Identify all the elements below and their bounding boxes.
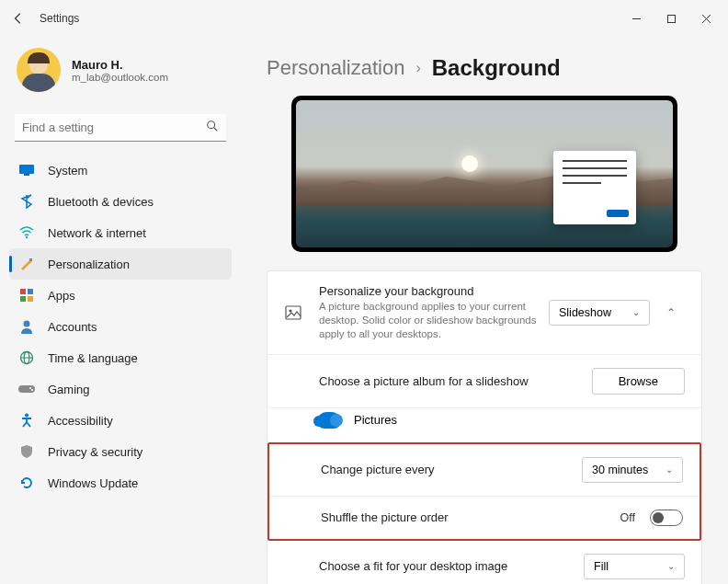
row-title: Personalize your background [319,284,549,298]
sidebar-item-network-internet[interactable]: Network & internet [9,217,232,248]
svg-point-18 [31,389,33,391]
search-box[interactable] [15,114,226,142]
breadcrumb: Personalization › Background [267,55,702,81]
sidebar-item-windows-update[interactable]: Windows Update [9,467,232,498]
fit-dropdown[interactable]: Fill ⌄ [584,554,685,579]
accessibility-icon [18,412,35,429]
sidebar: Mauro H. m_lab@outlook.com SystemBluetoo… [0,37,239,584]
svg-rect-7 [29,258,32,261]
brush-icon [18,256,35,272]
page-title: Background [432,55,561,81]
back-button[interactable] [5,5,32,32]
avatar [17,48,61,92]
sidebar-item-accounts[interactable]: Accounts [9,311,232,342]
folder-name: Pictures [354,413,397,427]
row-fit: Choose a fit for your desktop image Fill… [267,541,701,584]
sidebar-item-accessibility[interactable]: Accessibility [9,405,232,436]
sidebar-item-label: Accessibility [48,414,113,428]
onedrive-icon [317,412,341,429]
row-album-folder: Pictures [267,408,701,443]
svg-rect-9 [28,289,33,294]
sidebar-item-label: Network & internet [48,226,146,240]
profile-name: Mauro H. [72,58,168,72]
collapse-button[interactable]: ⌃ [657,299,685,326]
profile[interactable]: Mauro H. m_lab@outlook.com [9,44,232,109]
bluetooth-icon [18,193,35,210]
settings-panel: Personalize your background A picture ba… [267,270,702,584]
breadcrumb-parent[interactable]: Personalization [267,56,404,80]
profile-email: m_lab@outlook.com [72,72,168,83]
picture-icon [284,303,304,322]
maximize-button[interactable] [654,5,688,32]
person-icon [18,318,35,335]
sidebar-item-gaming[interactable]: Gaming [9,373,232,405]
chevron-down-icon: ⌄ [667,561,675,571]
search-icon [206,120,219,132]
minimize-button[interactable] [619,5,654,32]
system-icon [18,162,35,178]
sidebar-item-label: System [48,164,87,177]
svg-rect-10 [20,296,26,302]
svg-point-17 [29,387,31,389]
svg-rect-1 [667,15,675,22]
svg-rect-11 [28,296,33,302]
titlebar: Settings [0,0,728,37]
svg-rect-5 [24,174,29,176]
shuffle-toggle[interactable] [650,510,683,526]
sidebar-item-label: Gaming [48,383,90,396]
row-title: Choose a picture album for a slideshow [319,374,592,388]
highlighted-section: Change picture every 30 minutes ⌄ Shuffl… [267,442,701,541]
app-title: Settings [40,12,79,25]
update-icon [18,475,35,491]
background-type-dropdown[interactable]: Slideshow ⌄ [549,300,650,326]
svg-rect-16 [18,385,35,393]
sidebar-item-label: Time & language [48,351,138,365]
row-subtitle: A picture background applies to your cur… [319,300,549,341]
globe-icon [18,349,35,366]
chevron-down-icon: ⌄ [632,307,640,317]
row-shuffle: Shuffle the picture order Off [269,497,700,539]
row-title: Shuffle the picture order [321,510,620,524]
sidebar-item-bluetooth-devices[interactable]: Bluetooth & devices [9,186,232,217]
sidebar-item-label: Personalization [48,258,130,271]
sidebar-item-label: Windows Update [48,476,138,490]
wifi-icon [18,224,35,241]
chevron-down-icon: ⌄ [665,464,673,475]
svg-line-3 [214,128,218,132]
svg-point-21 [289,309,291,312]
row-personalize-background: Personalize your background A picture ba… [267,271,701,355]
browse-button[interactable]: Browse [592,368,685,395]
sidebar-item-label: Bluetooth & devices [48,195,154,209]
sidebar-item-label: Privacy & security [48,445,142,459]
sidebar-item-personalization[interactable]: Personalization [9,248,232,280]
game-icon [18,381,35,397]
sidebar-item-time-language[interactable]: Time & language [9,342,232,373]
row-choose-album: Choose a picture album for a slideshow B… [267,355,701,408]
chevron-right-icon: › [415,60,420,76]
row-change-interval: Change picture every 30 minutes ⌄ [269,444,700,497]
sidebar-item-system[interactable]: System [9,155,232,186]
svg-rect-4 [19,165,34,174]
svg-point-12 [24,321,30,327]
main-content: Personalization › Background Personaliz [239,37,728,584]
interval-dropdown[interactable]: 30 minutes ⌄ [582,457,683,483]
search-input[interactable] [15,114,226,142]
close-button[interactable] [688,5,723,32]
shield-icon [18,443,35,460]
nav: SystemBluetooth & devicesNetwork & inter… [9,155,232,498]
sidebar-item-apps[interactable]: Apps [9,280,232,311]
svg-point-2 [208,121,215,129]
toggle-label: Off [620,511,635,524]
sidebar-item-label: Accounts [48,320,97,334]
apps-icon [18,287,35,303]
desktop-preview [291,96,677,252]
sidebar-item-label: Apps [48,289,75,303]
sidebar-item-privacy-security[interactable]: Privacy & security [9,436,232,467]
row-title: Change picture every [321,463,582,476]
row-title: Choose a fit for your desktop image [319,559,584,573]
svg-point-19 [25,414,28,418]
svg-rect-20 [286,306,301,319]
svg-rect-8 [20,289,26,294]
svg-point-6 [26,236,28,238]
